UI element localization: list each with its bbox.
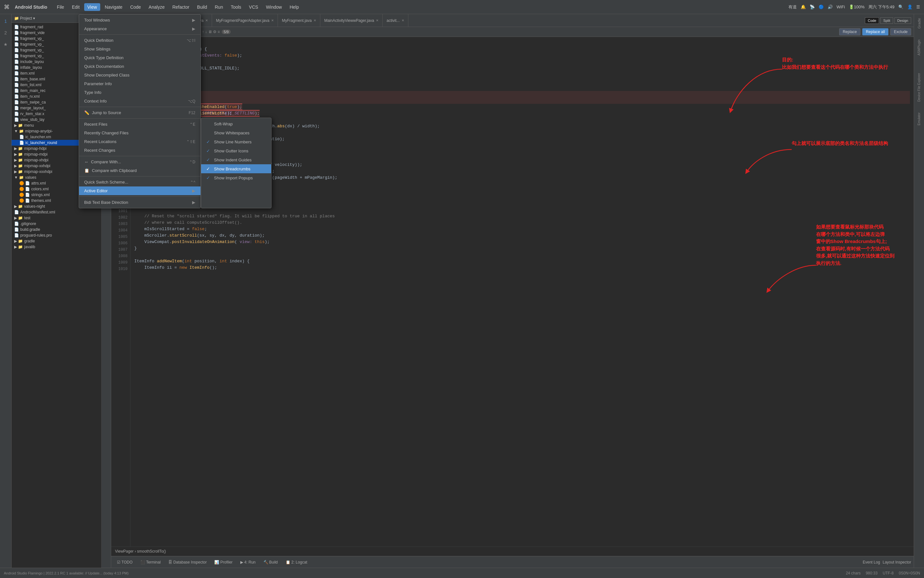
project-sidebar-icon[interactable]: 1 xyxy=(1,17,10,26)
submenu-item-show-breadcrumbs[interactable]: ✓ Show Breadcrumbs xyxy=(201,164,271,173)
close-icon[interactable]: ✕ xyxy=(271,19,274,22)
menu-view[interactable]: View xyxy=(84,3,100,11)
menu-item-decompiled[interactable]: Show Decompiled Class xyxy=(79,71,201,80)
submenu-item-show-gutter-icons[interactable]: ✓ Show Gutter Icons xyxy=(201,146,271,155)
menu-icon[interactable]: ☰ xyxy=(916,5,920,9)
submenu-item-show-whitespaces[interactable]: Show Whitespaces xyxy=(201,128,271,137)
todo-tab[interactable]: ☑ TODO xyxy=(114,559,136,566)
menu-build[interactable]: Build xyxy=(194,3,210,11)
list-item[interactable]: ▶ 📁 test xyxy=(11,215,101,221)
status-bar: Android Studio Flamingo | 2022.2.1 RC 1 … xyxy=(0,568,924,578)
shortcut-label: ⌃D xyxy=(189,160,195,164)
submenu-item-show-import-popups[interactable]: ✓ Show Import Popups xyxy=(201,173,271,182)
replace-all-button[interactable]: Replace all xyxy=(863,28,888,36)
exclude-button[interactable]: Exclude xyxy=(890,28,911,36)
menu-item-recent-changes[interactable]: Recent Changes xyxy=(79,146,201,154)
run-tab[interactable]: ▶ 4: Run xyxy=(237,559,259,566)
favorites-sidebar-icon[interactable]: ★ xyxy=(1,40,10,49)
menu-item-recently-changed[interactable]: Recently Changed Files xyxy=(79,128,201,137)
file-icon: 📄 xyxy=(14,31,19,35)
file-icon: 📄 xyxy=(14,48,19,52)
menu-item-show-siblings[interactable]: Show Siblings xyxy=(79,45,201,54)
menu-item-quick-type[interactable]: Quick Type Definition xyxy=(79,54,201,62)
list-item[interactable]: ▶ 📁 javalib xyxy=(11,244,101,250)
shortcut-label: ⌥Q xyxy=(188,99,195,104)
replace-button[interactable]: Replace xyxy=(839,28,860,36)
gradle-icon[interactable]: Gradle xyxy=(916,17,922,30)
asmplugin-icon[interactable]: ASMPlugin xyxy=(916,38,922,57)
close-icon[interactable]: ✕ xyxy=(314,19,316,22)
submenu-arrow-icon: ▶ xyxy=(192,26,195,31)
menu-window[interactable]: Window xyxy=(263,3,285,11)
menu-navigate[interactable]: Navigate xyxy=(102,3,126,11)
menu-tools[interactable]: Tools xyxy=(227,3,244,11)
file-icon: 📄 xyxy=(14,60,19,64)
menu-item-compare-with[interactable]: ↔ Compare With... ⌃D xyxy=(79,157,201,166)
list-item[interactable]: 📄 proguard-rules.pro xyxy=(11,232,101,238)
menu-item-compare-clipboard[interactable]: 📋 Compare with Clipboard xyxy=(79,166,201,175)
project-label: 📁 Project ▾ xyxy=(14,16,35,21)
code-line: mIsScrollStarted = false; xyxy=(134,226,910,232)
menu-item-active-editor[interactable]: Active Editor ▶ xyxy=(79,187,201,195)
tab-myfragment[interactable]: MyFragment.java ✕ xyxy=(278,14,320,27)
submenu-item-show-line-numbers[interactable]: ✓ Show Line Numbers xyxy=(201,137,271,146)
menu-item-appearance[interactable]: Appearance ▶ xyxy=(79,24,201,33)
menu-refactor[interactable]: Refactor xyxy=(169,3,193,11)
close-icon[interactable]: ✕ xyxy=(376,19,379,22)
db-inspector-tab[interactable]: 🗄 Database Inspector xyxy=(165,559,210,566)
terminal-tab[interactable]: ⬛ Terminal xyxy=(137,559,164,566)
list-item[interactable]: 📄 AndroidManifest.xml xyxy=(11,209,101,215)
list-item[interactable]: 📄 .gitignore xyxy=(11,221,101,227)
list-item[interactable]: 📄 build.gradle xyxy=(11,227,101,232)
menu-item-quick-docs[interactable]: Quick Documentation xyxy=(79,62,201,71)
shortcut-label: F12 xyxy=(189,110,195,115)
menu-vcs[interactable]: VCS xyxy=(246,3,262,11)
menu-file[interactable]: File xyxy=(53,3,68,11)
folder-icon: ▼ 📁 xyxy=(14,175,24,180)
separator xyxy=(79,156,201,156)
menu-help[interactable]: Help xyxy=(286,3,302,11)
menu-item-jump-to-source[interactable]: ✏️ Jump to Source F12 xyxy=(79,108,201,117)
event-log[interactable]: Event Log xyxy=(863,560,880,565)
file-icon: 📄 xyxy=(14,117,19,122)
menu-analyze[interactable]: Analyze xyxy=(146,3,168,11)
tab-mainactivityvieww[interactable]: MainActivityViewwPager.java ✕ xyxy=(320,14,383,27)
item-label: Jump to Source xyxy=(92,110,121,115)
submenu-item-show-indent-guides[interactable]: ✓ Show Indent Guides xyxy=(201,155,271,164)
menu-code[interactable]: Code xyxy=(127,3,144,11)
menu-item-tool-windows[interactable]: Tool Windows ▶ xyxy=(79,16,201,24)
wifi-icon: WiFi xyxy=(837,5,845,9)
menu-item-quick-definition[interactable]: Quick Definition ⌥⇧I xyxy=(79,36,201,45)
structure-sidebar-icon[interactable]: 2 xyxy=(1,28,10,37)
menu-run[interactable]: Run xyxy=(211,3,226,11)
emulator-icon[interactable]: Emulator xyxy=(916,111,922,127)
tab-activity[interactable]: activit... ✕ xyxy=(383,14,408,27)
menu-edit[interactable]: Edit xyxy=(69,3,83,11)
search-icon[interactable]: 🔍 xyxy=(898,5,903,9)
submenu-item-soft-wrap[interactable]: Soft-Wrap xyxy=(201,119,271,128)
tab-label: MyFragment.java xyxy=(282,18,312,23)
device-file-icon[interactable]: Device File Explorer xyxy=(916,72,922,103)
close-icon[interactable]: ✕ xyxy=(401,19,404,22)
menu-item-type-info[interactable]: Type Info xyxy=(79,88,201,97)
file-icon: 📄 xyxy=(14,54,19,58)
menu-item-context-info[interactable]: Context Info ⌥Q xyxy=(79,97,201,106)
list-item[interactable]: ▶ 📁 gradle xyxy=(11,238,101,244)
profiler-tab[interactable]: 📊 Profiler xyxy=(211,559,236,566)
code-view-button[interactable]: Code xyxy=(865,17,879,24)
item-label: Show Indent Guides xyxy=(214,157,252,162)
menu-item-parameter-info[interactable]: Parameter Info xyxy=(79,80,201,88)
menu-item-recent-locations[interactable]: Recent Locations ⌃⇧E xyxy=(79,137,201,146)
check-icon: ✓ xyxy=(206,166,211,171)
menu-item-bidi[interactable]: Bidi Text Base Direction ▶ xyxy=(79,198,201,207)
menu-item-recent-files[interactable]: Recent Files ⌃E xyxy=(79,120,201,128)
design-view-button[interactable]: Design xyxy=(895,17,911,24)
split-view-button[interactable]: Split xyxy=(880,17,893,24)
build-tab[interactable]: 🔨 Build xyxy=(260,559,281,566)
user-icon[interactable]: 👤 xyxy=(907,5,913,9)
item-label: Show Import Popups xyxy=(214,175,253,180)
menu-item-quick-switch[interactable]: Quick Switch Scheme... ⌃^ xyxy=(79,178,201,187)
item-label: Quick Definition xyxy=(84,38,113,43)
logcat-tab[interactable]: 📋 2: Logcat xyxy=(282,559,311,566)
layout-inspector[interactable]: Layout Inspector xyxy=(882,560,911,565)
